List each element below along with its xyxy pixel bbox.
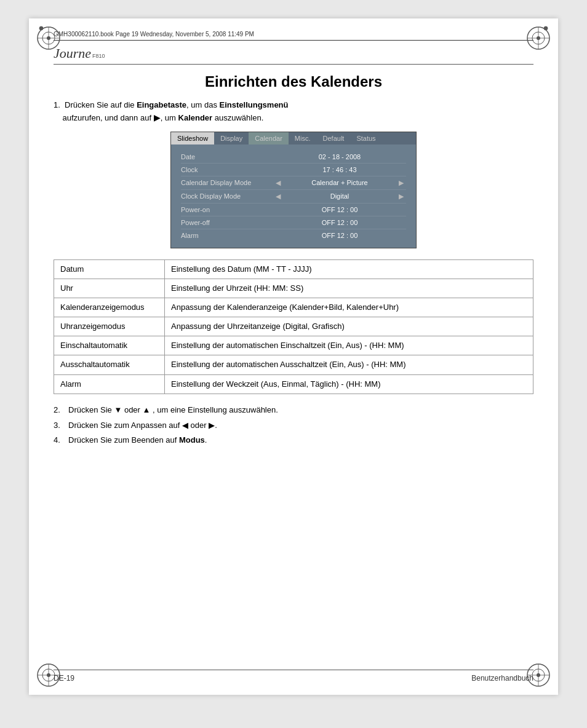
ui-content: Date 02 - 18 - 2008 Clock 17 : 46 : 43 C… xyxy=(171,144,416,248)
svg-point-5 xyxy=(39,26,43,30)
step1-instruction: 1. Drücken Sie auf die Eingabetaste, um … xyxy=(54,99,533,124)
ui-row-power-off: Power-off OFF 12 : 00 xyxy=(181,216,406,229)
ui-row-date: Date 02 - 18 - 2008 xyxy=(181,151,406,164)
power-on-value: OFF 12 : 00 xyxy=(273,206,406,213)
desc-ausschaltautomatik: Einstellung der automatischen Ausschaltz… xyxy=(165,355,533,374)
footer-page-num: DE-19 xyxy=(54,674,74,682)
tab-status[interactable]: Status xyxy=(350,132,381,144)
clock-label: Clock xyxy=(181,166,273,173)
left-arrow-clock-display[interactable]: ◀ xyxy=(273,192,283,200)
right-arrow-clock-display[interactable]: ▶ xyxy=(396,192,406,200)
desc-alarm: Einstellung der Weckzeit (Aus, Einmal, T… xyxy=(165,374,533,394)
table-row: Uhr Einstellung der Uhrzeit (HH: MM: SS) xyxy=(54,279,533,298)
tab-display[interactable]: Display xyxy=(214,132,249,144)
clock-value: 17 : 46 : 43 xyxy=(273,166,406,173)
ui-row-calendar-display-mode: Calendar Display Mode ◀ Calendar + Pictu… xyxy=(181,176,406,190)
clock-display-mode-label: Clock Display Mode xyxy=(181,192,273,200)
table-row: Uhranzeigemodus Anpassung der Uhrzeitanz… xyxy=(54,317,533,336)
step4-num: 4. xyxy=(54,434,66,447)
table-row: Datum Einstellung des Datum (MM - TT - J… xyxy=(54,259,533,279)
step3-text: Drücken Sie zum Anpassen auf ◀ oder ▶. xyxy=(68,419,217,432)
desc-einschaltautomatik: Einstellung der automatischen Einschaltz… xyxy=(165,336,533,355)
step4-bold: Modus xyxy=(179,435,205,445)
file-info: GMH300062110.book Page 19 Wednesday, Nov… xyxy=(54,31,254,38)
logo-model: F810 xyxy=(92,53,105,59)
top-meta-bar: GMH300062110.book Page 19 Wednesday, Nov… xyxy=(54,31,533,41)
calendar-display-mode-value: Calendar + Picture xyxy=(283,179,396,186)
ui-row-clock: Clock 17 : 46 : 43 xyxy=(181,164,406,176)
desc-table: Datum Einstellung des Datum (MM - TT - J… xyxy=(54,259,533,394)
calendar-display-mode-label: Calendar Display Mode xyxy=(181,179,273,186)
ui-row-alarm: Alarm OFF 12 : 00 xyxy=(181,229,406,242)
desc-uhr: Einstellung der Uhrzeit (HH: MM: SS) xyxy=(165,279,533,298)
tab-default[interactable]: Default xyxy=(317,132,351,144)
step4: 4. Drücken Sie zum Beenden auf Modus. xyxy=(54,434,533,447)
power-off-label: Power-off xyxy=(181,219,273,226)
step4-text: Drücken Sie zum Beenden auf Modus. xyxy=(68,434,207,447)
alarm-label: Alarm xyxy=(181,232,273,239)
tab-slideshow[interactable]: Slideshow xyxy=(171,132,214,144)
svg-point-11 xyxy=(544,26,548,30)
step1-bold2: Einstellungsmenü xyxy=(220,100,289,109)
left-arrow-calendar-display[interactable]: ◀ xyxy=(273,179,283,187)
page: GMH300062110.book Page 19 Wednesday, Nov… xyxy=(29,18,558,695)
step3: 3. Drücken Sie zum Anpassen auf ◀ oder ▶… xyxy=(54,419,533,432)
step1-bold1: Eingabetaste xyxy=(137,100,186,109)
step3-num: 3. xyxy=(54,419,66,432)
power-off-value: OFF 12 : 00 xyxy=(273,219,406,226)
term-ausschaltautomatik: Ausschaltautomatik xyxy=(54,355,165,374)
table-row: Einschaltautomatik Einstellung der autom… xyxy=(54,336,533,355)
desc-datum: Einstellung des Datum (MM - TT - JJJJ) xyxy=(165,259,533,279)
ui-row-power-on: Power-on OFF 12 : 00 xyxy=(181,204,406,216)
term-uhranzeigemodus: Uhranzeigemodus xyxy=(54,317,165,336)
tab-calendar[interactable]: Calendar xyxy=(249,132,289,144)
step2-text: Drücken Sie ▼ oder ▲ , um eine Einstellu… xyxy=(68,404,278,417)
footer: DE-19 Benutzerhandbuch xyxy=(54,670,533,682)
date-label: Date xyxy=(181,153,273,160)
date-value: 02 - 18 - 2008 xyxy=(273,153,406,160)
step2-num: 2. xyxy=(54,404,66,417)
term-alarm: Alarm xyxy=(54,374,165,394)
steps-section: 2. Drücken Sie ▼ oder ▲ , um eine Einste… xyxy=(54,404,533,447)
right-arrow-calendar-display[interactable]: ▶ xyxy=(396,179,406,187)
table-row: Alarm Einstellung der Weckzeit (Aus, Ein… xyxy=(54,374,533,394)
clock-display-mode-value: Digital xyxy=(283,192,396,200)
corner-decoration-tl xyxy=(34,23,63,53)
ui-row-clock-display-mode: Clock Display Mode ◀ Digital ▶ xyxy=(181,190,406,204)
page-title: Einrichten des Kalenders xyxy=(54,73,533,90)
footer-manual-label: Benutzerhandbuch xyxy=(471,674,533,682)
desc-uhranzeigemodus: Anpassung der Uhrzeitanzeige (Digital, G… xyxy=(165,317,533,336)
step2: 2. Drücken Sie ▼ oder ▲ , um eine Einste… xyxy=(54,404,533,417)
term-datum: Datum xyxy=(54,259,165,279)
logo-area: Journe F810 xyxy=(54,47,533,65)
term-kalenderanzeigemodus: Kalenderanzeigemodus xyxy=(54,298,165,317)
power-on-label: Power-on xyxy=(181,206,273,213)
alarm-value: OFF 12 : 00 xyxy=(273,232,406,239)
table-row: Ausschaltautomatik Einstellung der autom… xyxy=(54,355,533,374)
corner-decoration-tr xyxy=(524,23,553,53)
ui-tabs: Slideshow Display Calendar Misc. Default… xyxy=(171,132,416,144)
desc-kalenderanzeigemodus: Anpassung der Kalenderanzeige (Kalender+… xyxy=(165,298,533,317)
ui-mockup: Slideshow Display Calendar Misc. Default… xyxy=(170,132,417,248)
term-einschaltautomatik: Einschaltautomatik xyxy=(54,336,165,355)
tab-misc[interactable]: Misc. xyxy=(289,132,317,144)
term-uhr: Uhr xyxy=(54,279,165,298)
table-row: Kalenderanzeigemodus Anpassung der Kalen… xyxy=(54,298,533,317)
step1-bold3: Kalender xyxy=(178,113,213,122)
